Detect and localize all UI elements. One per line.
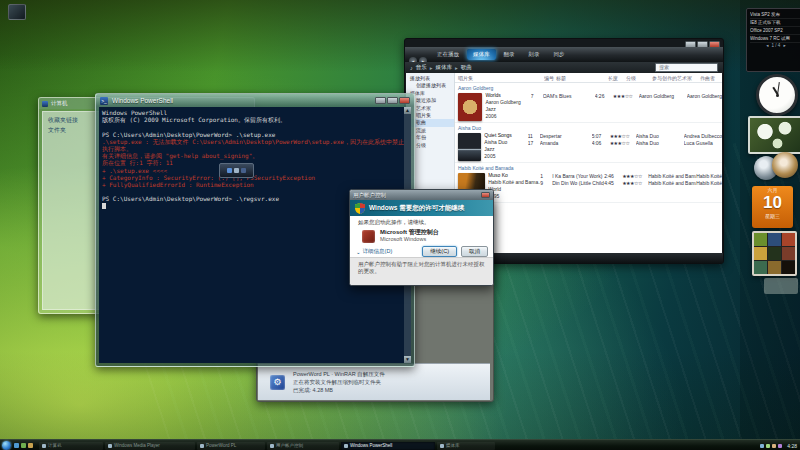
calendar-weekday: 星期三 xyxy=(752,212,793,221)
quick-launch-icon[interactable] xyxy=(28,443,33,448)
breadcrumb-songs[interactable]: 歌曲 xyxy=(461,64,472,71)
desktop-icon[interactable] xyxy=(8,4,26,20)
clock-center-dot xyxy=(776,94,779,97)
feed-item[interactable]: Windows 7 RC 试用 xyxy=(750,35,800,43)
group-artist-label: Habib Koité and Bamada xyxy=(455,163,722,172)
tab-rip[interactable]: 翻录 xyxy=(498,49,521,60)
clock-gadget[interactable] xyxy=(756,74,798,116)
tree-playlists[interactable]: 播放列表 xyxy=(406,75,454,82)
breadcrumb-music[interactable]: 音乐 xyxy=(416,64,427,71)
powershell-titlebar[interactable]: >_ Windows PowerShell xyxy=(96,94,414,107)
track-row[interactable]: 1 I Ka Barra (Your Work) 2:46 ★★★☆☆ Habi… xyxy=(540,172,722,179)
uac-close-icon[interactable] xyxy=(481,192,490,198)
media-discs-gadget[interactable] xyxy=(752,152,798,184)
wmp-column-headers[interactable]: 唱片集 编号 标题 长度 分级 参与创作的艺术家 作曲者 xyxy=(455,73,722,83)
slideshow-gadget[interactable] xyxy=(748,116,800,154)
taskbar-button[interactable]: 计算机 xyxy=(39,442,103,450)
quick-launch-icon[interactable] xyxy=(21,443,26,448)
console-prompt: PS C:\Users\Admin\Desktop\PowerWord> .\s… xyxy=(102,131,407,138)
tab-library[interactable]: 媒体库 xyxy=(467,49,496,60)
feed-page-indicator: 1 / 4 xyxy=(772,43,781,48)
feed-item[interactable]: IE8 正式版下载 xyxy=(750,19,800,27)
uac-program-row: Microsoft 管理控制台 Microsoft Windows xyxy=(362,229,493,243)
feed-prev-icon[interactable]: ◂ xyxy=(766,43,768,48)
console-caret xyxy=(102,203,106,209)
uac-details-expander[interactable]: ⌄ 详细信息(D) xyxy=(356,248,392,255)
console-error-line: .\setup.exe : 无法加载文件 C:\Users\Admin\Desk… xyxy=(102,138,407,152)
console-error-line: + .\setup.exe <<<< xyxy=(102,167,407,174)
tray-volume-icon[interactable] xyxy=(766,444,770,448)
feed-headlines-gadget[interactable]: Vista SP2 发布 IE8 正式版下载 Office 2007 SP2 W… xyxy=(746,8,800,72)
taskbar-button[interactable]: 媒体库 xyxy=(437,442,495,450)
disc-icon xyxy=(772,152,798,178)
breadcrumb-library[interactable]: 媒体库 xyxy=(436,64,453,71)
ime-toolbar[interactable] xyxy=(219,163,254,178)
taskbar[interactable]: 计算机 Windows Media Player PowerWord PL 用户… xyxy=(0,439,800,450)
tray-security-icon[interactable] xyxy=(778,444,782,448)
taskbar-button[interactable]: 用户帐户控制 xyxy=(267,442,339,450)
console-line: Windows PowerShell xyxy=(102,109,407,116)
album-group: Habib Koité and Bamada Muso Ko Habib Koi… xyxy=(455,163,722,203)
uac-banner-text: Windows 需要您的许可才能继续 xyxy=(369,204,464,213)
taskbar-clock[interactable]: 4:28 xyxy=(784,443,797,449)
explorer-window-icon xyxy=(42,101,48,107)
powershell-title: Windows PowerShell xyxy=(112,97,173,104)
album-art-quiet-songs[interactable] xyxy=(458,133,481,161)
quick-launch xyxy=(14,443,33,448)
chevron-down-icon: ⌄ xyxy=(356,249,361,255)
uac-hint: 如果您启动此操作，请继续。 xyxy=(358,219,493,226)
scroll-down-icon[interactable]: ▼ xyxy=(404,356,411,363)
console-error-line: 有关详细信息，请参阅 "get-help about_signing"。 xyxy=(102,152,407,159)
track-row[interactable]: 9 Din Din Wo (Little Child) 4:45 ★★★☆☆ H… xyxy=(540,179,722,186)
ime-mode-icon[interactable] xyxy=(227,168,232,173)
uac-footer: 用户帐户控制有助于阻止对您的计算机进行未经授权的更改。 xyxy=(350,257,493,285)
console-error-line: + CategoryInfo : SecurityError: (:) [], … xyxy=(102,174,407,181)
explorer-title: 计算机 xyxy=(51,100,68,107)
uac-dialog[interactable]: 用户帐户控制 Windows 需要您的许可才能继续 如果您启动此操作，请继续。 … xyxy=(349,189,494,286)
continue-button[interactable]: 继续(C) xyxy=(422,246,457,257)
uac-shield-icon xyxy=(355,203,365,214)
feed-next-icon[interactable]: ▸ xyxy=(783,43,785,48)
album-group: Aisha Duo Quiet Songs Aisha Duo Jazz 200… xyxy=(455,123,722,163)
calendar-gadget[interactable]: 六月 10 星期三 xyxy=(752,186,793,228)
ime-settings-icon[interactable] xyxy=(241,168,246,173)
tray-update-icon[interactable] xyxy=(772,444,776,448)
tree-create-playlist[interactable]: 创建播放列表 xyxy=(406,82,454,89)
wmp-breadcrumb: ♪ 音乐▸ 媒体库▸ 歌曲 搜索 xyxy=(405,62,723,73)
group-artist-label: Aaron Goldberg xyxy=(455,83,722,92)
wmp-search-input[interactable]: 搜索 xyxy=(655,63,718,72)
track-row[interactable]: 17 Amanda 4:06 ★★★☆☆ Aisha Duo Luca Guse… xyxy=(528,139,722,146)
start-button[interactable] xyxy=(2,441,11,450)
taskbar-button[interactable]: PowerWord PL xyxy=(197,442,265,450)
wmp-tab-bar: ◂▸ 正在播放 媒体库 翻录 刻录 同步 xyxy=(405,47,723,62)
scroll-up-icon[interactable]: ▲ xyxy=(404,107,411,114)
console-error-line: + FullyQualifiedErrorId : RuntimeExcepti… xyxy=(102,181,407,188)
picture-puzzle-gadget[interactable] xyxy=(752,231,797,276)
extractor-line1: PowerWord PL · WinRAR 自解压文件 xyxy=(293,370,385,378)
uac-titlebar[interactable]: 用户帐户控制 xyxy=(350,190,493,200)
quick-launch-icon[interactable] xyxy=(14,443,19,448)
feed-item[interactable]: Vista SP2 发布 xyxy=(750,11,800,19)
album-art-worlds[interactable] xyxy=(458,93,482,121)
tab-burn[interactable]: 刻录 xyxy=(523,49,546,60)
tab-now-playing[interactable]: 正在播放 xyxy=(431,49,465,60)
taskbar-button-active[interactable]: Windows PowerShell xyxy=(341,442,435,450)
track-row[interactable]: 11 Despertar 5:07 ★★★☆☆ Aisha Duo Andrea… xyxy=(528,132,722,139)
wmp-track-list: 唱片集 编号 标题 长度 分级 参与创作的艺术家 作曲者 Aaron Goldb… xyxy=(455,73,722,253)
feed-item[interactable]: Office 2007 SP2 xyxy=(750,27,800,35)
weather-gadget[interactable] xyxy=(764,278,798,294)
uac-banner: Windows 需要您的许可才能继续 xyxy=(350,200,493,216)
tray-network-icon[interactable] xyxy=(760,444,764,448)
console-line: 版权所有 (C) 2009 Microsoft Corporation。保留所有… xyxy=(102,116,407,123)
console-maximize-icon[interactable] xyxy=(387,97,398,104)
tab-sync[interactable]: 同步 xyxy=(548,49,571,60)
cancel-button[interactable]: 取消 xyxy=(461,246,488,257)
ime-keyboard-icon[interactable] xyxy=(234,168,239,173)
taskbar-button[interactable]: Windows Media Player xyxy=(105,442,195,450)
track-row[interactable]: 7 OAM's Blues 4:26 ★★★☆☆ Aaron Goldberg … xyxy=(531,92,722,99)
system-tray: 4:28 xyxy=(760,443,800,449)
console-close-icon[interactable] xyxy=(399,97,410,104)
group-artist-label: Aisha Duo xyxy=(455,123,722,132)
console-minimize-icon[interactable] xyxy=(375,97,386,104)
uac-publisher: Microsoft Windows xyxy=(380,236,439,243)
